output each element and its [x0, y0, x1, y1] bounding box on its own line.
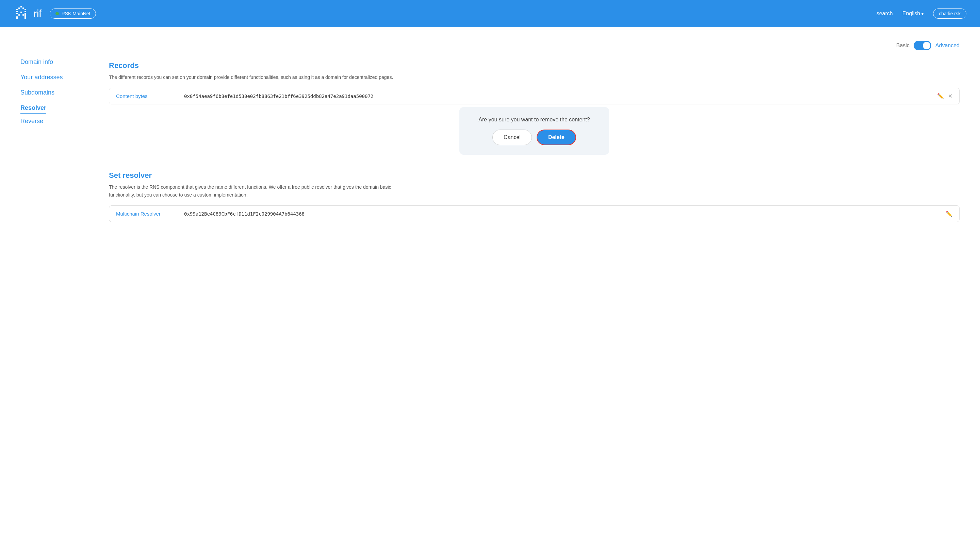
sidebar-item-resolver[interactable]: Resolver	[21, 100, 46, 114]
svg-rect-6	[24, 11, 26, 12]
svg-rect-4	[24, 9, 26, 10]
svg-rect-11	[16, 16, 18, 19]
sidebar: Domain info Your addresses Subdomains Re…	[21, 41, 95, 528]
resolver-edit-icon[interactable]: ✏️	[946, 211, 953, 217]
records-section: Records The different records you can se…	[109, 61, 959, 155]
advanced-label: Advanced	[935, 43, 959, 49]
content-bytes-value: 0x0f54aea9f6b8efe1d530e02fb8863fe21bff6e…	[184, 94, 937, 99]
multichain-resolver-row: Multichain Resolver 0x99a12Be4C89CbF6cfD…	[109, 205, 959, 222]
svg-rect-0	[16, 9, 18, 10]
svg-rect-1	[18, 8, 20, 9]
content-bytes-label: Content bytes	[116, 93, 184, 99]
svg-rect-7	[16, 13, 18, 14]
svg-rect-10	[22, 14, 24, 16]
resolver-title: Set resolver	[109, 171, 959, 180]
sidebar-item-domain-info[interactable]: Domain info	[21, 54, 95, 70]
sidebar-item-reverse[interactable]: Reverse	[21, 114, 95, 129]
logo-text: rif	[33, 8, 41, 20]
edit-icon[interactable]: ✏️	[937, 93, 944, 99]
language-selector[interactable]: English	[902, 11, 924, 17]
resolver-record-actions: ✏️	[946, 211, 953, 217]
confirm-text: Are you sure you want to remove the cont…	[470, 117, 598, 123]
toggle-knob	[923, 42, 930, 49]
svg-rect-8	[21, 11, 22, 13]
svg-rect-2	[21, 6, 22, 8]
advanced-toggle[interactable]	[914, 41, 931, 50]
confirm-dialog: Are you sure you want to remove the cont…	[460, 107, 609, 155]
basic-label: Basic	[896, 43, 910, 49]
records-title: Records	[109, 61, 959, 70]
network-badge[interactable]: RSK MainNet	[50, 8, 96, 19]
header-left: rif RSK MainNet	[14, 5, 96, 22]
logo: rif	[14, 5, 41, 22]
delete-button[interactable]: Delete	[537, 130, 576, 145]
svg-rect-12	[24, 13, 26, 19]
multichain-resolver-label: Multichain Resolver	[116, 211, 184, 217]
sidebar-item-subdomains[interactable]: Subdomains	[21, 85, 95, 100]
confirm-buttons: Cancel Delete	[470, 130, 598, 145]
network-dot	[56, 12, 59, 15]
account-badge[interactable]: charlie.rsk	[933, 8, 966, 19]
content-area: Basic Advanced Records The different rec…	[109, 41, 959, 528]
sidebar-item-your-addresses[interactable]: Your addresses	[21, 70, 95, 85]
multichain-resolver-value: 0x99a12Be4C89CbF6cfD11d1F2c029904A7b6443…	[184, 211, 946, 217]
records-description: The different records you can set on you…	[109, 73, 401, 81]
network-label: RSK MainNet	[62, 11, 91, 16]
close-icon[interactable]: ✕	[948, 93, 953, 99]
svg-rect-3	[22, 8, 24, 9]
rif-logo-icon	[14, 5, 30, 22]
header: rif RSK MainNet search English charlie.r…	[0, 0, 980, 27]
header-right: search English charlie.rsk	[877, 8, 966, 19]
svg-rect-9	[18, 14, 20, 16]
resolver-description: The resolver is the RNS component that g…	[109, 183, 401, 198]
resolver-section: Set resolver The resolver is the RNS com…	[109, 171, 959, 222]
record-actions: ✏️ ✕	[937, 93, 953, 99]
main-layout: Domain info Your addresses Subdomains Re…	[0, 27, 980, 542]
chevron-down-icon	[921, 11, 924, 17]
cancel-button[interactable]: Cancel	[492, 130, 532, 145]
view-toggle-row: Basic Advanced	[109, 41, 959, 50]
content-bytes-row: Content bytes 0x0f54aea9f6b8efe1d530e02f…	[109, 88, 959, 105]
search-link[interactable]: search	[877, 11, 893, 17]
svg-rect-5	[16, 11, 18, 12]
